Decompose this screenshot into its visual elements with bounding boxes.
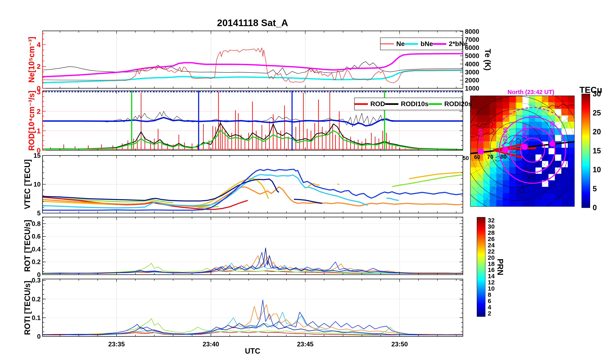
x-tick-label: 23:35 [108,341,125,347]
prn-tick-label: 12 [488,279,494,285]
prn-tick-label: 14 [488,273,494,279]
prn-tick-label: 4 [488,304,491,310]
map-track-time-label: 23:35 [549,121,555,135]
te-tick-label: 5000 [465,53,479,59]
te-tick-label: 3000 [465,69,479,75]
rod-y-tick-label: 1 [37,127,41,134]
te-tick-label: 2000 [465,77,479,83]
roti-y-tick-label: 0.3 [32,277,41,284]
rod-y-tick-label: 2 [37,108,41,115]
map-track-time-label: 23:40 [522,124,527,138]
tecu-tick-label: 20 [593,128,601,136]
legend-label: RODI20s [444,100,472,108]
tecu-tick-label: 25 [593,109,601,117]
map-latitude-label: 80 [500,154,507,160]
tecu-tick-label: 0 [593,204,597,211]
roti-y-tick-label: 0 [37,333,41,340]
legend-line-swatch [429,103,442,105]
te-tick-label: 8000 [465,28,479,35]
legend-item-2*bNe: 2*bNe [433,40,468,48]
roti-y-tick-label: 0.1 [32,314,41,321]
legend-label: 2*bNe [449,40,468,48]
prn-tick-label: 2 [488,310,491,317]
map-latitude-label: 60 [474,154,480,160]
legend-ne-panel: NebNe2*bNe [380,38,462,50]
rot-y-tick-label: 0.8 [32,220,41,227]
figure-title: 20141118 Sat_A [217,18,288,28]
prn-tick-label: 8 [488,292,491,298]
roti-axis-label: ROTI [TECU/s] [23,281,31,335]
legend-item-Ne: Ne [381,40,405,48]
legend-line-swatch [433,43,446,45]
legend-line-swatch [385,103,398,105]
vtec-y-tick-label: 15 [34,152,41,159]
prn-tick-label: 10 [488,285,494,292]
te-axis-label: Te (K) [484,49,492,71]
vtec-y-tick-label: 5 [37,210,41,216]
rod-axis-label: ROD[10⁴cm⁻³/s] [28,91,35,151]
vtec-y-tick-label: 10 [34,181,41,188]
map-latitude-label: 70 [487,154,493,160]
map-track-time-label: 23:50 [478,128,484,143]
tecu-tick-label: 10 [593,166,601,173]
rod-y-tick-label: 3 [37,88,41,95]
ne-y-tick-label: 4 [37,41,41,48]
legend-line-swatch [355,103,368,105]
vtec-axis-label: VTEC [TECU] [23,160,31,209]
ne-y-tick-label: 2 [37,63,41,70]
rot-axis-label: ROT [TECU/s] [23,220,31,272]
legend-item-RODI10s: RODI10s [385,100,429,108]
rot-y-tick-label: 0.6 [32,233,41,240]
legend-label: ROD [370,100,385,108]
x-tick-label: 23:50 [391,341,408,347]
prn-tick-label: 6 [488,298,491,304]
prn-tick-label: 20 [488,255,494,261]
prn-tick-label: 18 [488,261,494,267]
figure-canvas [0,0,602,364]
prn-tick-label: 22 [488,248,494,255]
legend-label: RODI10s [401,100,429,108]
legend-rod-panel: RODRODI10sRODI20s [354,98,462,110]
map-track-time-label: 23:45 [503,127,508,141]
roti-y-tick-label: 0.2 [32,296,41,302]
prn-tick-label: 26 [488,236,494,242]
x-tick-label: 23:45 [297,341,313,347]
ne-axis-label: Ne[10⁵cm⁻³] [28,37,35,83]
prn-tick-label: 30 [488,224,494,230]
tecu-tick-label: 5 [593,185,597,193]
legend-label: bNe [420,40,433,48]
legend-label: Ne [396,40,405,48]
map-latitude-label: 50 [463,155,469,161]
legend-line-swatch [405,43,418,45]
legend-item-ROD: ROD [355,100,385,108]
prn-tick-label: 24 [488,242,494,248]
rot-y-tick-label: 0.2 [32,259,41,265]
map-title: North (23:42 UT) [507,89,554,95]
figure: 20141118 Sat_A Ne[10⁵cm⁻³] ROD[10⁴cm⁻³/s… [0,0,602,364]
prn-tick-label: 32 [488,217,494,224]
legend-line-swatch [381,43,394,44]
prn-tick-label: 28 [488,230,494,236]
tecu-tick-label: 30 [593,90,601,98]
rot-y-tick-label: 0.4 [32,246,41,252]
x-tick-label: 23:40 [203,341,219,347]
prn-colorbar-label: PRN [496,259,504,275]
te-tick-label: 4000 [465,61,479,67]
x-axis-label: UTC [245,347,260,355]
te-tick-label: 1000 [465,85,479,92]
prn-tick-label: 16 [488,267,494,273]
tecu-tick-label: 15 [593,147,601,155]
legend-item-bNe: bNe [405,40,433,48]
legend-item-RODI20s: RODI20s [429,100,472,108]
